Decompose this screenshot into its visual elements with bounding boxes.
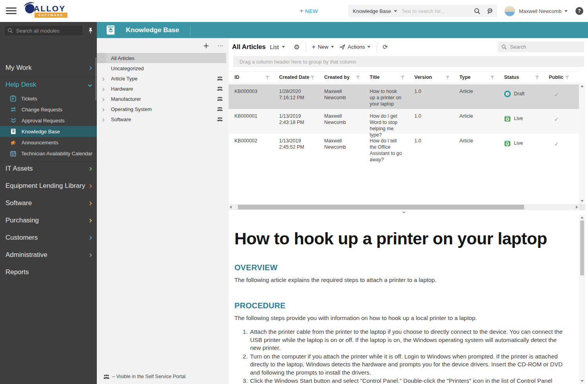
global-search-input[interactable] bbox=[402, 8, 470, 14]
tree-item-operating-system[interactable]: Operating System bbox=[97, 104, 229, 114]
sidebar-item-approval-requests[interactable]: Approval Requests bbox=[0, 115, 97, 126]
article-vertical-scrollbar[interactable] bbox=[579, 215, 585, 384]
sidebar-item-label: Change Requests bbox=[22, 107, 62, 113]
expander-chevron-icon[interactable] bbox=[102, 76, 104, 82]
cell-version: 1.0 bbox=[408, 134, 454, 158]
filter-funnel-icon[interactable] bbox=[401, 76, 405, 80]
settings-gear-button[interactable]: ⚙ bbox=[294, 43, 299, 51]
tree-item-label: Uncategorized bbox=[111, 66, 144, 71]
sidebar-item-announcements[interactable]: Announcements bbox=[0, 137, 97, 148]
column-header-type[interactable]: Type bbox=[454, 72, 498, 83]
scroll-down-arrow[interactable] bbox=[581, 380, 584, 382]
self-service-portal-icon bbox=[217, 86, 223, 91]
filter-funnel-icon[interactable] bbox=[490, 76, 494, 80]
sidebar-group-help-desk[interactable]: Help Desk bbox=[0, 76, 97, 93]
refresh-button[interactable]: ⟳ bbox=[383, 43, 388, 51]
plus-icon: + bbox=[299, 7, 303, 15]
user-menu[interactable]: Maxwell Newcomb bbox=[519, 8, 568, 14]
sidebar-item-purchasing[interactable]: Purchasing bbox=[0, 212, 97, 229]
cell-created-by: Maxwell Newcomb bbox=[318, 109, 364, 134]
sidebar-item-technician-availability-calendar[interactable]: Technician Availability Calendar bbox=[0, 148, 97, 159]
sidebar-item-software[interactable]: Software bbox=[0, 195, 97, 212]
view-selector[interactable]: List bbox=[270, 44, 285, 50]
column-header-version[interactable]: Version bbox=[408, 72, 454, 83]
filter-funnel-icon[interactable] bbox=[535, 76, 539, 80]
scroll-down-arrow[interactable] bbox=[581, 200, 584, 202]
actions-button-label: Actions bbox=[348, 44, 365, 50]
search-scope-dropdown[interactable]: Knowledge Base bbox=[348, 8, 402, 14]
sidebar-item-tickets[interactable]: Tickets bbox=[0, 93, 97, 104]
sidebar-item-customers[interactable]: Customers bbox=[0, 229, 97, 246]
filter-funnel-icon[interactable] bbox=[446, 76, 450, 80]
new-button[interactable]: + NEW bbox=[299, 7, 318, 15]
column-header-id[interactable]: ID bbox=[229, 72, 273, 83]
add-category-button[interactable]: + bbox=[201, 41, 211, 51]
list-search-input[interactable] bbox=[510, 44, 581, 50]
tree-item-article-type[interactable]: Article Type bbox=[97, 73, 229, 84]
sidebar-item-change-requests[interactable]: Change Requests bbox=[0, 104, 97, 115]
sidebar-item-knowledge-base[interactable]: Knowledge Base bbox=[0, 126, 97, 137]
tree-item-hardware[interactable]: Hardware bbox=[97, 84, 229, 94]
column-header-status[interactable]: Status bbox=[498, 72, 543, 83]
table-row[interactable]: KB000003 1/28/2020 7:16:12 PM Maxwell Ne… bbox=[229, 84, 579, 109]
table-row[interactable]: KB000002 1/13/2019 2:45:52 PM Maxwell Ne… bbox=[229, 134, 579, 158]
scroll-left-arrow[interactable] bbox=[230, 206, 232, 209]
tree-item-software[interactable]: Software bbox=[97, 114, 229, 124]
table-row[interactable]: KB000001 1/13/2019 2:43:18 PM Maxwell Ne… bbox=[229, 109, 579, 134]
expander-chevron-icon[interactable] bbox=[102, 96, 104, 102]
avatar[interactable] bbox=[505, 6, 515, 16]
actions-button[interactable]: Actions bbox=[339, 44, 370, 50]
procedure-step: Click the Windows Start button and selec… bbox=[249, 377, 563, 384]
sidebar-item-reports[interactable]: Reports bbox=[0, 264, 97, 281]
search-button[interactable] bbox=[470, 5, 484, 17]
hamburger-menu-icon[interactable] bbox=[6, 7, 16, 15]
tree-item-all-articles[interactable]: All Articles bbox=[97, 53, 226, 63]
panel-splitter[interactable] bbox=[229, 210, 579, 215]
cell-status: Draft bbox=[498, 84, 543, 109]
status-label: Draft bbox=[514, 91, 524, 97]
filter-funnel-icon[interactable] bbox=[310, 76, 314, 80]
new-article-button[interactable]: + New bbox=[312, 44, 334, 51]
plus-icon: + bbox=[312, 44, 315, 51]
filter-funnel-icon[interactable] bbox=[565, 76, 569, 80]
column-header-created-by[interactable]: Created by bbox=[318, 72, 364, 83]
horizontal-scroll-thumb[interactable] bbox=[238, 205, 524, 209]
help-button[interactable]: ? bbox=[575, 7, 583, 15]
group-by-bar[interactable]: Drag a column header here to group by th… bbox=[233, 56, 584, 67]
scroll-right-arrow[interactable] bbox=[576, 206, 578, 209]
draft-status-icon bbox=[504, 91, 511, 97]
self-service-portal-icon bbox=[217, 117, 223, 122]
sidebar-item-it-assets[interactable]: IT Assets bbox=[0, 160, 97, 177]
expander-chevron-icon[interactable] bbox=[102, 106, 104, 112]
sidebar-group-label: Equipment Lending Library bbox=[5, 182, 89, 190]
sidebar-search-input[interactable] bbox=[16, 28, 80, 34]
search-by-id-button[interactable]: ID bbox=[484, 5, 497, 17]
column-header-title[interactable]: Title bbox=[364, 72, 408, 83]
pin-sidebar-icon[interactable] bbox=[86, 26, 95, 35]
sidebar-item-my-work[interactable]: My Work bbox=[0, 59, 97, 76]
tree-item-manufacturer[interactable]: Manufacturer bbox=[97, 94, 229, 104]
chevron-right-icon bbox=[88, 167, 92, 171]
expander-chevron-icon[interactable] bbox=[102, 86, 104, 92]
expander-chevron-icon[interactable] bbox=[102, 116, 104, 122]
filter-funnel-icon[interactable] bbox=[356, 76, 360, 80]
sidebar-item-equipment-lending-library[interactable]: Equipment Lending Library bbox=[0, 177, 97, 195]
live-status-icon bbox=[504, 140, 511, 147]
logo-banner-text: SOFTWARE bbox=[34, 13, 67, 18]
vertical-scroll-thumb[interactable] bbox=[580, 220, 584, 275]
scroll-up-arrow[interactable] bbox=[581, 217, 584, 218]
column-header-created-date[interactable]: Created Date bbox=[273, 72, 318, 83]
more-options-button[interactable]: ⋯ bbox=[215, 41, 225, 51]
tree-item-uncategorized[interactable]: Uncategorized bbox=[97, 63, 229, 73]
table-vertical-scrollbar[interactable] bbox=[579, 83, 585, 204]
column-header-public[interactable]: Public bbox=[543, 72, 573, 83]
tree-item-label: Hardware bbox=[111, 86, 133, 92]
filter-funnel-icon[interactable] bbox=[265, 76, 269, 80]
change-requests-icon bbox=[10, 107, 16, 112]
scroll-up-arrow[interactable] bbox=[581, 85, 584, 87]
logo-text: ALLOY bbox=[34, 4, 65, 13]
horizontal-scrollbar[interactable] bbox=[229, 204, 579, 210]
sidebar-item-administrative[interactable]: Administrative bbox=[0, 246, 97, 264]
sidebar-item-label: Announcements bbox=[22, 140, 58, 146]
cell-type: Article bbox=[454, 109, 498, 134]
